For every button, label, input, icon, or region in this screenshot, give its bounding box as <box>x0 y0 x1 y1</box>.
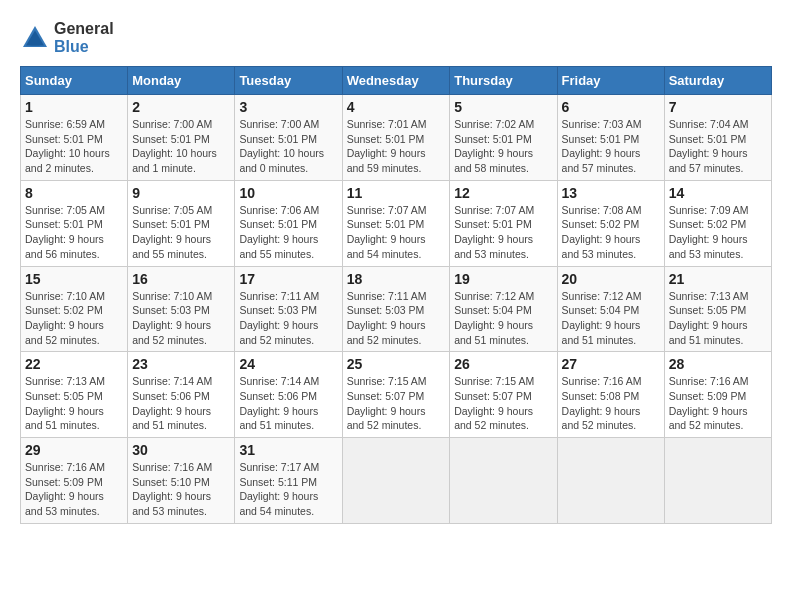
day-number: 10 <box>239 185 337 201</box>
day-number: 11 <box>347 185 446 201</box>
col-header-friday: Friday <box>557 67 664 95</box>
day-info: Sunrise: 7:07 AMSunset: 5:01 PMDaylight:… <box>347 204 427 260</box>
day-info: Sunrise: 7:03 AMSunset: 5:01 PMDaylight:… <box>562 118 642 174</box>
day-number: 15 <box>25 271 123 287</box>
empty-cell <box>342 438 450 524</box>
day-number: 12 <box>454 185 552 201</box>
logo-icon <box>20 23 50 53</box>
calendar-day-14: 14 Sunrise: 7:09 AMSunset: 5:02 PMDaylig… <box>664 180 771 266</box>
day-number: 30 <box>132 442 230 458</box>
logo-text: General Blue <box>54 20 114 56</box>
day-number: 17 <box>239 271 337 287</box>
col-header-wednesday: Wednesday <box>342 67 450 95</box>
day-number: 29 <box>25 442 123 458</box>
day-info: Sunrise: 7:00 AMSunset: 5:01 PMDaylight:… <box>132 118 217 174</box>
day-number: 7 <box>669 99 767 115</box>
logo: General Blue <box>20 20 114 56</box>
day-info: Sunrise: 7:16 AMSunset: 5:08 PMDaylight:… <box>562 375 642 431</box>
calendar-table: SundayMondayTuesdayWednesdayThursdayFrid… <box>20 66 772 524</box>
day-number: 28 <box>669 356 767 372</box>
day-number: 25 <box>347 356 446 372</box>
calendar-day-13: 13 Sunrise: 7:08 AMSunset: 5:02 PMDaylig… <box>557 180 664 266</box>
day-info: Sunrise: 7:11 AMSunset: 5:03 PMDaylight:… <box>239 290 319 346</box>
day-info: Sunrise: 7:07 AMSunset: 5:01 PMDaylight:… <box>454 204 534 260</box>
col-header-sunday: Sunday <box>21 67 128 95</box>
col-header-tuesday: Tuesday <box>235 67 342 95</box>
col-header-saturday: Saturday <box>664 67 771 95</box>
day-info: Sunrise: 7:15 AMSunset: 5:07 PMDaylight:… <box>454 375 534 431</box>
day-info: Sunrise: 7:14 AMSunset: 5:06 PMDaylight:… <box>239 375 319 431</box>
day-number: 8 <box>25 185 123 201</box>
calendar-day-29: 29 Sunrise: 7:16 AMSunset: 5:09 PMDaylig… <box>21 438 128 524</box>
day-info: Sunrise: 7:04 AMSunset: 5:01 PMDaylight:… <box>669 118 749 174</box>
day-info: Sunrise: 7:10 AMSunset: 5:02 PMDaylight:… <box>25 290 105 346</box>
calendar-day-26: 26 Sunrise: 7:15 AMSunset: 5:07 PMDaylig… <box>450 352 557 438</box>
calendar-day-25: 25 Sunrise: 7:15 AMSunset: 5:07 PMDaylig… <box>342 352 450 438</box>
calendar-day-1: 1 Sunrise: 6:59 AMSunset: 5:01 PMDayligh… <box>21 95 128 181</box>
day-info: Sunrise: 7:16 AMSunset: 5:10 PMDaylight:… <box>132 461 212 517</box>
empty-cell <box>557 438 664 524</box>
calendar-day-23: 23 Sunrise: 7:14 AMSunset: 5:06 PMDaylig… <box>128 352 235 438</box>
calendar-day-22: 22 Sunrise: 7:13 AMSunset: 5:05 PMDaylig… <box>21 352 128 438</box>
empty-cell <box>450 438 557 524</box>
day-number: 19 <box>454 271 552 287</box>
day-info: Sunrise: 7:15 AMSunset: 5:07 PMDaylight:… <box>347 375 427 431</box>
calendar-day-2: 2 Sunrise: 7:00 AMSunset: 5:01 PMDayligh… <box>128 95 235 181</box>
day-number: 20 <box>562 271 660 287</box>
calendar-day-5: 5 Sunrise: 7:02 AMSunset: 5:01 PMDayligh… <box>450 95 557 181</box>
calendar-day-27: 27 Sunrise: 7:16 AMSunset: 5:08 PMDaylig… <box>557 352 664 438</box>
day-info: Sunrise: 7:09 AMSunset: 5:02 PMDaylight:… <box>669 204 749 260</box>
calendar-day-11: 11 Sunrise: 7:07 AMSunset: 5:01 PMDaylig… <box>342 180 450 266</box>
day-number: 26 <box>454 356 552 372</box>
day-info: Sunrise: 7:12 AMSunset: 5:04 PMDaylight:… <box>454 290 534 346</box>
day-number: 22 <box>25 356 123 372</box>
svg-rect-2 <box>31 40 40 46</box>
calendar-day-9: 9 Sunrise: 7:05 AMSunset: 5:01 PMDayligh… <box>128 180 235 266</box>
col-header-monday: Monday <box>128 67 235 95</box>
day-number: 18 <box>347 271 446 287</box>
day-info: Sunrise: 7:02 AMSunset: 5:01 PMDaylight:… <box>454 118 534 174</box>
day-number: 3 <box>239 99 337 115</box>
calendar-day-30: 30 Sunrise: 7:16 AMSunset: 5:10 PMDaylig… <box>128 438 235 524</box>
day-number: 4 <box>347 99 446 115</box>
day-info: Sunrise: 6:59 AMSunset: 5:01 PMDaylight:… <box>25 118 110 174</box>
calendar-day-15: 15 Sunrise: 7:10 AMSunset: 5:02 PMDaylig… <box>21 266 128 352</box>
day-info: Sunrise: 7:01 AMSunset: 5:01 PMDaylight:… <box>347 118 427 174</box>
calendar-day-10: 10 Sunrise: 7:06 AMSunset: 5:01 PMDaylig… <box>235 180 342 266</box>
calendar-day-12: 12 Sunrise: 7:07 AMSunset: 5:01 PMDaylig… <box>450 180 557 266</box>
day-info: Sunrise: 7:10 AMSunset: 5:03 PMDaylight:… <box>132 290 212 346</box>
day-number: 2 <box>132 99 230 115</box>
day-number: 13 <box>562 185 660 201</box>
day-info: Sunrise: 7:11 AMSunset: 5:03 PMDaylight:… <box>347 290 427 346</box>
day-info: Sunrise: 7:08 AMSunset: 5:02 PMDaylight:… <box>562 204 642 260</box>
calendar-day-19: 19 Sunrise: 7:12 AMSunset: 5:04 PMDaylig… <box>450 266 557 352</box>
day-number: 14 <box>669 185 767 201</box>
day-number: 6 <box>562 99 660 115</box>
day-info: Sunrise: 7:06 AMSunset: 5:01 PMDaylight:… <box>239 204 319 260</box>
calendar-day-18: 18 Sunrise: 7:11 AMSunset: 5:03 PMDaylig… <box>342 266 450 352</box>
empty-cell <box>664 438 771 524</box>
calendar-day-20: 20 Sunrise: 7:12 AMSunset: 5:04 PMDaylig… <box>557 266 664 352</box>
day-info: Sunrise: 7:16 AMSunset: 5:09 PMDaylight:… <box>25 461 105 517</box>
day-number: 23 <box>132 356 230 372</box>
day-number: 16 <box>132 271 230 287</box>
page-header: General Blue <box>20 20 772 56</box>
calendar-day-16: 16 Sunrise: 7:10 AMSunset: 5:03 PMDaylig… <box>128 266 235 352</box>
calendar-day-21: 21 Sunrise: 7:13 AMSunset: 5:05 PMDaylig… <box>664 266 771 352</box>
day-info: Sunrise: 7:14 AMSunset: 5:06 PMDaylight:… <box>132 375 212 431</box>
day-number: 27 <box>562 356 660 372</box>
day-number: 24 <box>239 356 337 372</box>
day-info: Sunrise: 7:13 AMSunset: 5:05 PMDaylight:… <box>669 290 749 346</box>
calendar-day-17: 17 Sunrise: 7:11 AMSunset: 5:03 PMDaylig… <box>235 266 342 352</box>
calendar-day-4: 4 Sunrise: 7:01 AMSunset: 5:01 PMDayligh… <box>342 95 450 181</box>
day-number: 9 <box>132 185 230 201</box>
day-info: Sunrise: 7:05 AMSunset: 5:01 PMDaylight:… <box>132 204 212 260</box>
calendar-day-8: 8 Sunrise: 7:05 AMSunset: 5:01 PMDayligh… <box>21 180 128 266</box>
day-number: 1 <box>25 99 123 115</box>
calendar-day-3: 3 Sunrise: 7:00 AMSunset: 5:01 PMDayligh… <box>235 95 342 181</box>
calendar-day-24: 24 Sunrise: 7:14 AMSunset: 5:06 PMDaylig… <box>235 352 342 438</box>
day-info: Sunrise: 7:16 AMSunset: 5:09 PMDaylight:… <box>669 375 749 431</box>
day-info: Sunrise: 7:17 AMSunset: 5:11 PMDaylight:… <box>239 461 319 517</box>
day-number: 31 <box>239 442 337 458</box>
col-header-thursday: Thursday <box>450 67 557 95</box>
